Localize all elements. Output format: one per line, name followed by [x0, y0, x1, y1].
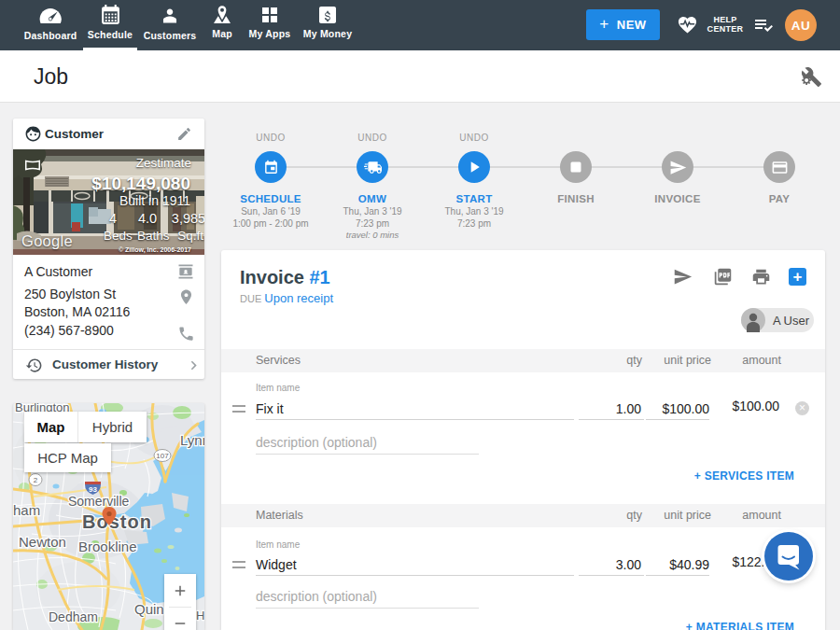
svg-text:ham: ham: [13, 502, 40, 518]
svg-text:Boston: Boston: [82, 511, 152, 532]
svg-text:Hi: Hi: [196, 609, 204, 623]
svg-text:107: 107: [156, 452, 169, 460]
svg-text:2: 2: [34, 476, 38, 484]
svg-text:Somerville: Somerville: [68, 494, 130, 509]
svg-text:Dedham: Dedham: [49, 609, 98, 624]
svg-text:93: 93: [89, 485, 97, 494]
svg-text:Lynn: Lynn: [180, 432, 204, 448]
svg-text:Brookline: Brookline: [78, 539, 137, 554]
svg-text:Newton: Newton: [19, 534, 66, 550]
